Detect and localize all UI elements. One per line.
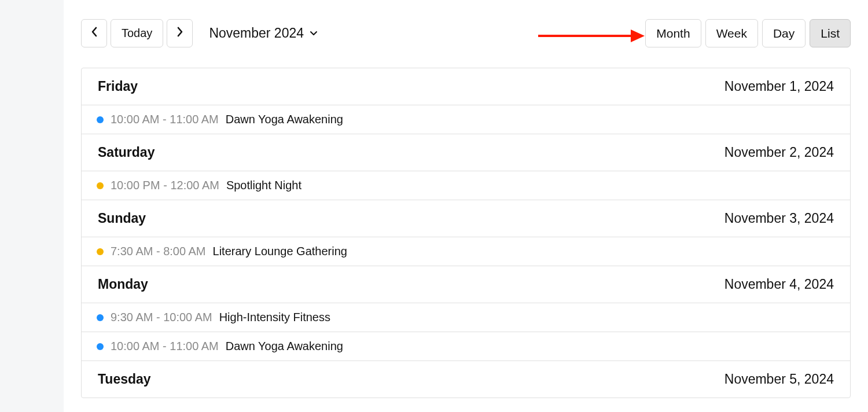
chevron-left-icon bbox=[90, 27, 98, 40]
day-date: November 2, 2024 bbox=[724, 145, 834, 160]
event-time: 10:00 AM - 11:00 AM bbox=[111, 340, 219, 353]
view-day-button[interactable]: Day bbox=[762, 19, 806, 47]
day-name: Monday bbox=[98, 277, 148, 292]
day-name: Sunday bbox=[98, 211, 146, 226]
event-row[interactable]: 10:00 AM - 11:00 AMDawn Yoga Awakening bbox=[82, 105, 850, 134]
view-week-button[interactable]: Week bbox=[705, 19, 758, 47]
event-dot-icon bbox=[97, 314, 104, 321]
today-label: Today bbox=[122, 27, 152, 40]
day-name: Saturday bbox=[98, 145, 155, 160]
day-name: Friday bbox=[98, 79, 138, 94]
event-title: High-Intensity Fitness bbox=[219, 311, 330, 324]
toolbar-left: Today November 2024 bbox=[81, 19, 318, 47]
day-header: SaturdayNovember 2, 2024 bbox=[82, 134, 850, 171]
event-title: Dawn Yoga Awakening bbox=[226, 113, 343, 126]
event-time: 10:00 AM - 11:00 AM bbox=[111, 113, 219, 126]
calendar-list: FridayNovember 1, 202410:00 AM - 11:00 A… bbox=[81, 68, 851, 398]
event-row[interactable]: 10:00 AM - 11:00 AMDawn Yoga Awakening bbox=[82, 332, 850, 360]
event-row[interactable]: 7:30 AM - 8:00 AMLiterary Lounge Gatheri… bbox=[82, 237, 850, 266]
event-dot-icon bbox=[97, 116, 104, 123]
day-date: November 5, 2024 bbox=[724, 371, 834, 387]
chevron-down-icon bbox=[310, 28, 318, 39]
event-time: 9:30 AM - 10:00 AM bbox=[111, 311, 212, 324]
day-date: November 3, 2024 bbox=[724, 211, 834, 226]
event-title: Dawn Yoga Awakening bbox=[226, 340, 343, 353]
day-name: Tuesday bbox=[98, 371, 151, 387]
view-label: Day bbox=[773, 27, 795, 41]
day-date: November 4, 2024 bbox=[724, 277, 834, 292]
toolbar: Today November 2024 MonthWeekDayList bbox=[81, 19, 851, 47]
view-switcher: MonthWeekDayList bbox=[645, 19, 851, 47]
today-button[interactable]: Today bbox=[111, 19, 163, 47]
event-time: 7:30 AM - 8:00 AM bbox=[111, 245, 206, 258]
day-date: November 1, 2024 bbox=[724, 79, 834, 94]
view-label: List bbox=[821, 27, 840, 41]
page-title: November 2024 bbox=[209, 25, 304, 41]
event-dot-icon bbox=[97, 182, 104, 189]
event-title: Spotlight Night bbox=[226, 179, 301, 192]
next-button[interactable] bbox=[167, 19, 193, 47]
event-time: 10:00 PM - 12:00 AM bbox=[111, 179, 219, 192]
event-title: Literary Lounge Gathering bbox=[213, 245, 347, 258]
prev-button[interactable] bbox=[81, 19, 107, 47]
chevron-right-icon bbox=[176, 27, 184, 40]
day-header: TuesdayNovember 5, 2024 bbox=[82, 360, 850, 398]
view-list-button[interactable]: List bbox=[810, 19, 851, 47]
day-header: FridayNovember 1, 2024 bbox=[82, 68, 850, 105]
day-header: MondayNovember 4, 2024 bbox=[82, 266, 850, 303]
event-row[interactable]: 10:00 PM - 12:00 AMSpotlight Night bbox=[82, 171, 850, 200]
view-label: Month bbox=[656, 27, 690, 41]
date-picker-title[interactable]: November 2024 bbox=[209, 25, 318, 41]
view-label: Week bbox=[716, 27, 747, 41]
event-row[interactable]: 9:30 AM - 10:00 AMHigh-Intensity Fitness bbox=[82, 303, 850, 332]
event-dot-icon bbox=[97, 248, 104, 255]
view-month-button[interactable]: Month bbox=[645, 19, 701, 47]
day-header: SundayNovember 3, 2024 bbox=[82, 200, 850, 237]
event-dot-icon bbox=[97, 343, 104, 350]
